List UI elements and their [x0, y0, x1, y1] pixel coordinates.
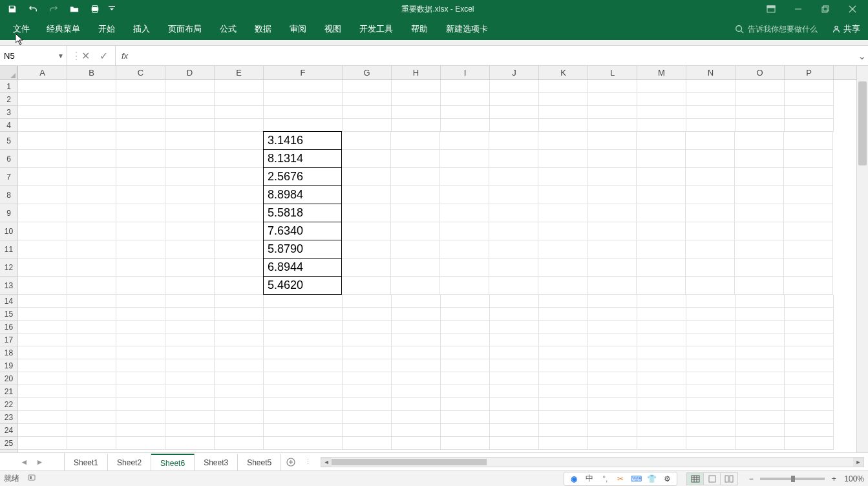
- cell-L20[interactable]: [588, 372, 637, 385]
- cell-C24[interactable]: [116, 424, 165, 437]
- row-header-5[interactable]: 5: [0, 132, 17, 150]
- cell-N25[interactable]: [686, 437, 736, 450]
- cell-C3[interactable]: [116, 106, 165, 119]
- cell-P5[interactable]: [784, 132, 833, 150]
- cell-J5[interactable]: [489, 132, 538, 150]
- cell-F22[interactable]: [264, 398, 343, 411]
- cell-D4[interactable]: [165, 119, 215, 132]
- cell-C14[interactable]: [116, 295, 165, 308]
- cell-N9[interactable]: [686, 204, 735, 222]
- cell-A22[interactable]: [18, 398, 67, 411]
- cell-E20[interactable]: [215, 372, 264, 385]
- cell-I17[interactable]: [441, 333, 490, 346]
- cell-C23[interactable]: [116, 411, 165, 424]
- cell-E6[interactable]: [215, 150, 264, 168]
- cell-L3[interactable]: [588, 106, 637, 119]
- macro-record-icon[interactable]: [27, 473, 36, 484]
- cell-C10[interactable]: [116, 222, 165, 240]
- scroll-right-button[interactable]: ►: [853, 458, 863, 467]
- cell-P19[interactable]: [785, 359, 834, 372]
- row-header-22[interactable]: 22: [0, 398, 17, 411]
- cell-F7[interactable]: 2.5676: [263, 167, 342, 186]
- ime-skin-button[interactable]: 👕: [646, 473, 657, 485]
- row-header-24[interactable]: 24: [0, 424, 17, 437]
- cell-D23[interactable]: [165, 411, 215, 424]
- cell-P13[interactable]: [784, 277, 833, 295]
- cell-H11[interactable]: [391, 240, 440, 259]
- cell-M4[interactable]: [637, 119, 686, 132]
- cell-B8[interactable]: [67, 186, 116, 204]
- ime-punct-button[interactable]: °,: [599, 473, 611, 485]
- cell-D9[interactable]: [165, 204, 215, 222]
- cell-M24[interactable]: [637, 424, 686, 437]
- cell-I4[interactable]: [441, 119, 490, 132]
- cell-E9[interactable]: [215, 204, 264, 222]
- scrollbar-thumb[interactable]: [332, 459, 487, 465]
- cell-M8[interactable]: [637, 186, 686, 204]
- cell-L5[interactable]: [587, 132, 637, 150]
- cell-H17[interactable]: [392, 333, 441, 346]
- cell-O20[interactable]: [736, 372, 785, 385]
- ribbon-display-button[interactable]: [758, 1, 784, 17]
- cell-J8[interactable]: [489, 186, 538, 204]
- cell-E21[interactable]: [215, 385, 264, 398]
- cell-L13[interactable]: [587, 277, 637, 295]
- col-header-A[interactable]: A: [18, 66, 67, 79]
- cell-E10[interactable]: [215, 222, 264, 240]
- row-header-20[interactable]: 20: [0, 372, 17, 385]
- cell-O5[interactable]: [735, 132, 784, 150]
- cell-D16[interactable]: [165, 321, 215, 333]
- row-header-13[interactable]: 13: [0, 277, 17, 295]
- cell-D8[interactable]: [165, 186, 215, 204]
- cell-K18[interactable]: [539, 346, 588, 359]
- cell-K11[interactable]: [538, 240, 587, 259]
- row-header-16[interactable]: 16: [0, 321, 17, 333]
- cell-B24[interactable]: [67, 424, 116, 437]
- zoom-slider[interactable]: [760, 478, 825, 480]
- row-header-17[interactable]: 17: [0, 333, 17, 346]
- cell-C12[interactable]: [116, 259, 165, 277]
- cell-N24[interactable]: [686, 424, 736, 437]
- cell-P23[interactable]: [785, 411, 834, 424]
- cell-I20[interactable]: [441, 372, 490, 385]
- cell-B10[interactable]: [67, 222, 116, 240]
- row-header-12[interactable]: 12: [0, 259, 17, 277]
- cell-M9[interactable]: [637, 204, 686, 222]
- cell-N12[interactable]: [686, 259, 735, 277]
- col-header-G[interactable]: G: [343, 66, 392, 79]
- cell-E18[interactable]: [215, 346, 264, 359]
- cell-M15[interactable]: [637, 308, 686, 321]
- cell-J16[interactable]: [490, 321, 539, 333]
- ime-logo-icon[interactable]: ◉: [568, 473, 580, 485]
- cell-C18[interactable]: [116, 346, 165, 359]
- cell-L1[interactable]: [588, 80, 637, 93]
- cell-G3[interactable]: [343, 106, 392, 119]
- cell-P17[interactable]: [785, 333, 834, 346]
- cell-H6[interactable]: [391, 150, 440, 168]
- cell-N18[interactable]: [686, 346, 736, 359]
- cell-O6[interactable]: [735, 150, 784, 168]
- cell-I25[interactable]: [441, 437, 490, 450]
- cell-P1[interactable]: [785, 80, 834, 93]
- cell-P21[interactable]: [785, 385, 834, 398]
- cell-M1[interactable]: [637, 80, 686, 93]
- cell-L23[interactable]: [588, 411, 637, 424]
- cell-A8[interactable]: [18, 186, 67, 204]
- cell-F6[interactable]: 8.1314: [263, 149, 342, 168]
- cell-A19[interactable]: [18, 359, 67, 372]
- expand-formula-bar-button[interactable]: ⌄: [855, 46, 868, 65]
- cell-D7[interactable]: [165, 168, 215, 186]
- cell-I13[interactable]: [440, 277, 489, 295]
- cell-G16[interactable]: [343, 321, 392, 333]
- row-header-8[interactable]: 8: [0, 186, 17, 204]
- maximize-button[interactable]: [812, 1, 838, 17]
- cell-G2[interactable]: [343, 93, 392, 106]
- ime-keyboard-icon[interactable]: ⌨: [630, 473, 642, 485]
- cell-B12[interactable]: [67, 259, 116, 277]
- cell-H24[interactable]: [392, 424, 441, 437]
- cell-A13[interactable]: [18, 277, 67, 295]
- cell-I11[interactable]: [440, 240, 489, 259]
- cell-O9[interactable]: [735, 204, 784, 222]
- cell-P4[interactable]: [785, 119, 834, 132]
- cell-O21[interactable]: [736, 385, 785, 398]
